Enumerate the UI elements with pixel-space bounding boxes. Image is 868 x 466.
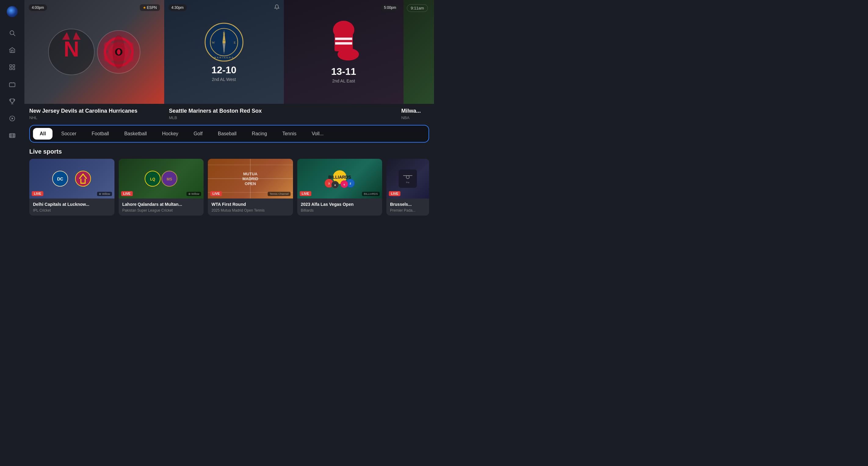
redsox-logo	[329, 21, 359, 63]
billiards-thumb: BILLIARDS 3 2 8 6 LIVE BILLIARDS	[297, 159, 382, 199]
svg-text:MS: MS	[167, 177, 172, 181]
filter-racing[interactable]: Racing	[245, 128, 274, 140]
card2-time-badge: 4:30pm	[168, 4, 187, 11]
nhl-league: NHL	[29, 115, 159, 120]
ipl-subtitle: IPL Cricket	[33, 208, 111, 212]
ipl-title: Delhi Capitals at Lucknow...	[33, 202, 111, 207]
psl-subtitle: Pakistan Super League Cricket	[122, 208, 200, 212]
svg-rect-6	[9, 83, 15, 87]
sidebar-item-tv[interactable]	[8, 80, 17, 89]
psl-card-info: Lahore Qalandars at Multan... Pakistan S…	[119, 199, 204, 215]
live-card-wta[interactable]: MUTUA MADRID OPEN LIVE Tennis Channel WT…	[208, 159, 293, 215]
brussels-subtitle: Premier Pada...	[390, 208, 426, 212]
mlb-league: MLB	[169, 115, 391, 120]
sidebar-item-film[interactable]	[8, 131, 17, 140]
svg-rect-35	[335, 37, 352, 40]
mariners-info: 12-10 2nd AL West	[212, 64, 237, 82]
filter-tennis[interactable]: Tennis	[276, 128, 303, 140]
svg-text:W: W	[212, 40, 215, 44]
svg-text:MARINERS: MARINERS	[214, 56, 234, 59]
nba-card-info[interactable]: Milwa... NBA	[397, 108, 434, 120]
live-sports-label: Live sports	[24, 146, 434, 159]
card1-time-badge: 4:00pm	[29, 4, 47, 11]
mlb-title: Seattle Mariners at Boston Red Sox	[169, 108, 391, 115]
svg-point-34	[338, 48, 359, 60]
psl-channel-badge: ⊕ Willow	[186, 192, 202, 196]
hero-card-mlb[interactable]: N S W E MARINERS 12-10 2nd AL West 4:30p…	[164, 0, 284, 104]
billiards-live-badge: LIVE	[300, 191, 311, 196]
sidebar-item-grid[interactable]	[8, 63, 17, 71]
svg-text:2: 2	[349, 182, 351, 185]
hero-card-nhl[interactable]: N 4:00pm ★ESPN	[24, 0, 164, 104]
nba-title: Milwa...	[401, 108, 429, 115]
live-card-psl[interactable]: LQ MS LIVE ⊕ Willow Lahore Qalandars at …	[119, 159, 204, 215]
wta-live-badge: LIVE	[210, 191, 222, 196]
psl-live-badge: LIVE	[121, 191, 133, 196]
svg-rect-9	[9, 134, 15, 138]
billiards-subtitle: Billiards	[301, 208, 379, 212]
card1-espn-badge: ★ESPN	[140, 4, 160, 11]
filter-hockey[interactable]: Hockey	[155, 128, 185, 140]
hurricanes-logo	[96, 29, 142, 75]
nba-league: NBA	[401, 115, 429, 120]
billiards-card-info: 2023 Alfa Las Vegas Open Billiards	[297, 199, 382, 215]
redsox-info: 13-11 2nd AL East	[331, 66, 356, 83]
live-card-padel[interactable]: Pre LIVE Brussels... Premier Pada...	[386, 159, 429, 215]
psl-thumb: LQ MS LIVE ⊕ Willow	[119, 159, 204, 199]
sidebar-item-search[interactable]	[8, 29, 17, 37]
time-display: 9:11am	[407, 4, 428, 12]
card3-time-badge: 5:00pm	[381, 4, 399, 11]
svg-point-39	[75, 171, 91, 186]
filter-bar: All Soccer Football Basketball Hockey Go…	[29, 125, 429, 143]
svg-text:N: N	[64, 37, 79, 61]
wta-thumb: MUTUA MADRID OPEN LIVE Tennis Channel	[208, 159, 293, 199]
mariners-standing: 2nd AL West	[212, 77, 237, 82]
brussels-card-info: Brussels... Premier Pada...	[386, 199, 429, 215]
filter-volleyball[interactable]: Voll...	[305, 128, 330, 140]
main-content: 9:11am N	[24, 0, 434, 233]
ipl-card-info: Delhi Capitals at Lucknow... IPL Cricket	[29, 199, 115, 215]
svg-rect-36	[335, 42, 352, 45]
mlb-card-info[interactable]: Seattle Mariners at Boston Red Sox MLB	[164, 108, 396, 120]
wta-card-info: WTA First Round 2025 Mutua Madrid Open T…	[208, 199, 293, 215]
sidebar-item-home[interactable]	[8, 46, 17, 54]
hero-card-redsox[interactable]: 13-11 2nd AL East 5:00pm	[284, 0, 403, 104]
svg-text:6: 6	[344, 183, 345, 186]
svg-rect-2	[10, 65, 11, 66]
svg-point-21	[117, 49, 121, 55]
filter-all[interactable]: All	[33, 128, 53, 140]
live-card-ipl[interactable]: DC LIVE ⊕ Willow Delhi Capitals at Luckn…	[29, 159, 115, 215]
sidebar-item-trophy[interactable]	[8, 97, 17, 106]
redsox-score: 13-11	[331, 66, 356, 77]
redsox-standing: 2nd AL East	[331, 79, 356, 83]
svg-rect-3	[13, 65, 14, 66]
billiards-channel-badge: BILLIARDS	[362, 192, 380, 196]
filter-football[interactable]: Football	[85, 128, 116, 140]
nhl-title: New Jersey Devils at Carolina Hurricanes	[29, 108, 159, 115]
filter-baseball[interactable]: Baseball	[211, 128, 243, 140]
hero-card-nba[interactable]	[403, 0, 434, 104]
svg-text:Pre: Pre	[406, 181, 410, 183]
nj-devils-logo: N	[47, 28, 96, 76]
sidebar-item-play[interactable]	[8, 114, 17, 123]
mariners-score: 12-10	[212, 64, 237, 76]
nhl-card-info[interactable]: New Jersey Devils at Carolina Hurricanes…	[24, 108, 164, 120]
svg-line-1	[13, 34, 15, 36]
svg-text:LQ: LQ	[150, 177, 155, 181]
psl-title: Lahore Qalandars at Multan...	[122, 202, 200, 207]
svg-text:BILLIARDS: BILLIARDS	[328, 175, 351, 180]
cards-info-row: New Jersey Devils at Carolina Hurricanes…	[24, 104, 434, 122]
ipl-channel-badge: ⊕ Willow	[97, 192, 112, 196]
ipl-thumb: DC LIVE ⊕ Willow	[29, 159, 115, 199]
filter-basketball[interactable]: Basketball	[118, 128, 154, 140]
svg-rect-5	[13, 68, 14, 69]
svg-rect-33	[335, 30, 353, 51]
svg-point-30	[222, 40, 225, 44]
filter-soccer[interactable]: Soccer	[54, 128, 83, 140]
app-logo[interactable]	[7, 6, 18, 17]
brussels-thumb: Pre LIVE	[386, 159, 429, 199]
live-card-billiards[interactable]: BILLIARDS 3 2 8 6 LIVE BILLIARDS 2023 Al…	[297, 159, 382, 215]
filter-golf[interactable]: Golf	[187, 128, 209, 140]
svg-text:8: 8	[335, 184, 336, 186]
ipl-live-badge: LIVE	[32, 191, 43, 196]
